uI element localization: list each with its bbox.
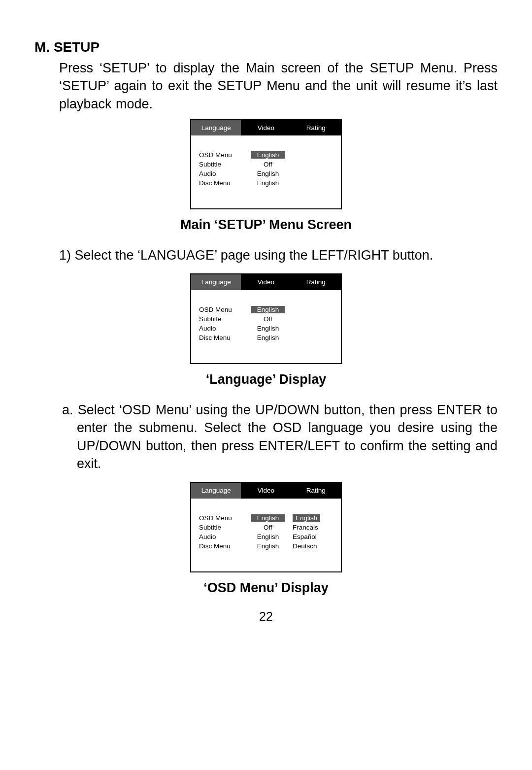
menu-value: Off — [264, 524, 272, 531]
tab-rating: Rating — [291, 120, 341, 135]
lang-option: Español — [293, 533, 317, 540]
menu-value: English — [257, 170, 279, 177]
step-1-text: 1) Select the ‘LANGUAGE’ page using the … — [59, 246, 498, 264]
menu-value-selected: English — [251, 514, 285, 522]
page-number: 22 — [34, 609, 498, 624]
menu-value: English — [257, 533, 279, 540]
menu-item: OSD Menu — [199, 514, 245, 522]
subheading-main-setup: Main ‘SETUP’ Menu Screen — [34, 217, 498, 233]
lang-option: Deutsch — [293, 542, 317, 550]
menu-value: English — [257, 179, 279, 187]
menu-value: English — [257, 542, 279, 550]
menu-item: OSD Menu — [199, 306, 245, 313]
subheading-language-display: ‘Language’ Display — [34, 372, 498, 387]
tab-rating: Rating — [291, 274, 341, 290]
tab-language: Language — [191, 120, 241, 135]
menu-item: Subtitle — [199, 161, 245, 168]
menu-item: Subtitle — [199, 315, 245, 323]
menu-item: Audio — [199, 533, 245, 540]
menu-value: English — [257, 325, 279, 332]
menu-value-selected: English — [251, 151, 285, 159]
lang-option: Francais — [293, 524, 318, 531]
subheading-osd-menu-display: ‘OSD Menu’ Display — [34, 580, 498, 596]
menu-value: Off — [264, 315, 272, 323]
menu-item: Audio — [199, 325, 245, 332]
menu-item: Disc Menu — [199, 179, 245, 187]
tab-language: Language — [191, 483, 241, 499]
step-a-text: a. Select ‘OSD Menu’ using the UP/DOWN b… — [77, 401, 498, 473]
menu-value-selected: English — [251, 306, 285, 313]
tab-row: Language Video Rating — [191, 483, 341, 499]
menu-value: English — [257, 334, 279, 341]
tab-video: Video — [241, 483, 291, 499]
tab-row: Language Video Rating — [191, 274, 341, 290]
setup-menu-screenshot-3: Language Video Rating OSD Menu Subtitle … — [190, 482, 342, 572]
menu-item: OSD Menu — [199, 151, 245, 159]
section-heading: M. SETUP — [34, 39, 498, 55]
menu-item: Audio — [199, 170, 245, 177]
setup-menu-screenshot-1: Language Video Rating OSD Menu Subtitle … — [190, 119, 342, 209]
tab-language: Language — [191, 274, 241, 290]
menu-item: Disc Menu — [199, 542, 245, 550]
menu-item: Subtitle — [199, 524, 245, 531]
tab-row: Language Video Rating — [191, 120, 341, 135]
lang-option-selected: English — [293, 514, 320, 522]
menu-item: Disc Menu — [199, 334, 245, 341]
intro-text: Press ‘SETUP’ to display the Main screen… — [59, 59, 498, 113]
tab-rating: Rating — [291, 483, 341, 499]
setup-menu-screenshot-2: Language Video Rating OSD Menu Subtitle … — [190, 273, 342, 364]
menu-value: Off — [264, 161, 272, 168]
tab-video: Video — [241, 274, 291, 290]
tab-video: Video — [241, 120, 291, 135]
